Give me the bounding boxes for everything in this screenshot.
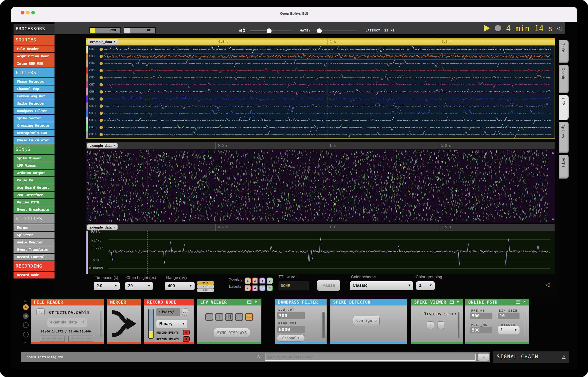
module-online-psth[interactable]: ONLINE PSTH ⚑ PRE_MS 500 BIN_SIZE 10 POS… [465, 299, 529, 344]
pre-ms-field[interactable]: 500 [470, 313, 492, 319]
sidebar-item-phase-calculator[interactable]: Phase Calculator [13, 137, 54, 144]
chain-slot-4[interactable] [23, 332, 29, 337]
chain-tab-a[interactable]: A [23, 304, 29, 310]
save-message-button[interactable]: Save [478, 353, 489, 361]
sidebar-item-online-psth[interactable]: Online PSTH [13, 199, 54, 206]
sidebar-item-event-translator[interactable]: Event Translator [13, 246, 54, 253]
high-cut-field[interactable]: 6000 [277, 326, 305, 333]
drag-handle[interactable] [458, 312, 461, 338]
record-button[interactable] [495, 25, 501, 31]
tab-spikes[interactable]: Spikes [559, 122, 569, 153]
channel-enable-dot[interactable] [99, 105, 103, 108]
tab-lfp[interactable]: LFP [559, 95, 569, 120]
module-spike-viewer[interactable]: SPIKE VIEWER ⚑ Display size: - + [411, 299, 463, 344]
event-button-8[interactable]: 8 [267, 285, 273, 291]
configure-button[interactable]: configure [353, 316, 380, 325]
drag-handle[interactable] [99, 311, 101, 337]
module-record-node[interactable]: RECORD NODE /Users/ ... Binary▼ RECORD E… [144, 299, 194, 344]
message-input[interactable] [265, 353, 476, 361]
sidebar-item-bandpass-filter[interactable]: Bandpass Filter [13, 107, 54, 114]
signal-chain-toggle-icon[interactable]: △ [562, 354, 565, 359]
timebase-dropdown[interactable]: 2.0▼ [94, 282, 120, 290]
sidebar-item-lfp-viewer[interactable]: LFP Viewer [13, 162, 54, 169]
collapse-control-panel-icon[interactable]: ◁ [557, 25, 561, 31]
record-events-toggle[interactable] [183, 330, 190, 335]
file-start-time-field[interactable]: 00:00:00.000 [40, 336, 65, 342]
file-end-time-field[interactable]: 00:00:30.000 [68, 336, 93, 342]
layout-button-4[interactable] [235, 313, 243, 321]
event-button-7[interactable]: 7 [267, 278, 273, 284]
module-merger[interactable]: MERGER [107, 299, 141, 344]
sidebar-item-spike-detector[interactable]: Spike Detector [13, 100, 54, 107]
sidebar-item-crossing-detecto[interactable]: Crossing Detecto [13, 122, 54, 129]
sidebar-item-event-broadcaste[interactable]: Event Broadcaste [13, 206, 54, 213]
pin-tab-icon[interactable]: ⚑ [255, 300, 258, 304]
play-button[interactable] [484, 25, 490, 32]
pin-tab-icon[interactable]: ⚑ [523, 300, 526, 304]
channel-enable-dot[interactable] [99, 90, 103, 94]
module-bandpass-filter[interactable]: BANDPASS FILTER LOW_CUT 300 HIGH_CUT 600… [275, 299, 327, 344]
sync-displays-button[interactable]: SYNC DISPLAYS [214, 328, 250, 337]
event-button-5[interactable]: 5 [259, 278, 265, 284]
channel-enable-dot[interactable] [99, 55, 103, 58]
sidebar-item-pulse-pal[interactable]: Pulse Pal [13, 177, 54, 184]
lfp-trace-canvas[interactable] [86, 46, 555, 138]
sidebar-item-audio-monitor[interactable]: Audio Monitor [13, 239, 54, 246]
sidebar-item-spike-sorter[interactable]: Spike Sorter [13, 115, 54, 122]
panel2-source-dropdown[interactable]: example_data▼ [87, 143, 118, 149]
sidebar-item-merger[interactable]: Merger [13, 224, 54, 231]
channel-enable-dot[interactable] [99, 126, 103, 129]
tab-info[interactable]: Info [559, 40, 569, 63]
data-trace-canvas[interactable] [86, 231, 554, 274]
sidebar-item-neuropixels-car[interactable]: Neuropixels CAR [13, 130, 54, 136]
drag-handle[interactable] [322, 312, 325, 338]
file-source-dropdown[interactable]: example_data▼ [47, 318, 87, 327]
bin-size-field[interactable]: 10 [498, 313, 519, 319]
layout-button-5[interactable] [245, 313, 253, 321]
trigger-dropdown[interactable]: 1▼ [498, 326, 519, 334]
range-dropdown[interactable]: 400▼ [165, 282, 195, 290]
panel1-source-dropdown[interactable]: example_data▼ [88, 39, 118, 45]
channel-enable-dot[interactable] [99, 76, 103, 79]
chain-tab-b[interactable]: B [23, 313, 29, 319]
pin-tab-icon[interactable]: ⚑ [457, 300, 460, 304]
sidebar-item-splitter[interactable]: Splitter [13, 232, 54, 238]
channel-type-adc[interactable]: ADC [197, 288, 214, 292]
channel-type-aux[interactable]: AUX [197, 285, 214, 288]
channel-enable-dot[interactable] [99, 47, 103, 51]
color-grouping-dropdown[interactable]: 1▼ [416, 281, 435, 290]
open-window-icon[interactable] [516, 301, 520, 304]
sidebar-item-common-avg-ref[interactable]: Common Avg Ref [13, 93, 54, 100]
increase-size-button[interactable]: + [437, 321, 444, 329]
event-button-6[interactable]: 6 [259, 285, 265, 291]
event-button-2[interactable]: 2 [245, 285, 251, 291]
browse-button[interactable]: ... [182, 308, 189, 316]
record-path-field[interactable]: /Users/ [156, 308, 180, 316]
layout-button-2[interactable] [215, 313, 223, 321]
record-engine-dropdown[interactable]: Binary▼ [156, 320, 187, 328]
sidebar-item-channel-map[interactable]: Channel Map [13, 85, 54, 92]
sidebar-item-file-reader[interactable]: File Reader [13, 46, 54, 52]
sidebar-item-zmq-interface[interactable]: ZMQ Interface [13, 192, 54, 199]
expand-messages-icon[interactable]: ∧ [257, 353, 260, 359]
open-window-icon[interactable] [450, 301, 454, 304]
volume-slider-knob[interactable] [267, 28, 272, 33]
post-ms-field[interactable]: 500 [470, 327, 492, 333]
gate-slider-knob[interactable] [317, 28, 322, 33]
event-button-1[interactable]: 1 [245, 278, 251, 284]
chain-scroll-up-icon[interactable]: △ [24, 298, 26, 302]
low-cut-field[interactable]: 300 [277, 312, 305, 319]
sidebar-item-intan-rhd-usb[interactable]: Intan RHD USB [13, 60, 54, 67]
channel-enable-dot[interactable] [99, 69, 103, 72]
pause-button[interactable]: Pause [317, 280, 340, 291]
chan-height-dropdown[interactable]: 20▼ [125, 282, 153, 290]
sidebar-item-acq-board-output[interactable]: Acq Board Output [13, 184, 54, 191]
spike-raster-canvas[interactable] [86, 149, 554, 222]
event-button-3[interactable]: 3 [252, 278, 258, 284]
drag-handle[interactable] [525, 312, 527, 338]
color-scheme-dropdown[interactable]: Classic▼ [350, 281, 413, 290]
event-button-4[interactable]: 4 [252, 285, 258, 291]
sidebar-item-record-node[interactable]: Record Node [13, 272, 54, 279]
sidebar-item-acquisition-boar[interactable]: Acquisition Boar [13, 53, 54, 60]
channel-type-data[interactable]: DATA [197, 281, 214, 285]
